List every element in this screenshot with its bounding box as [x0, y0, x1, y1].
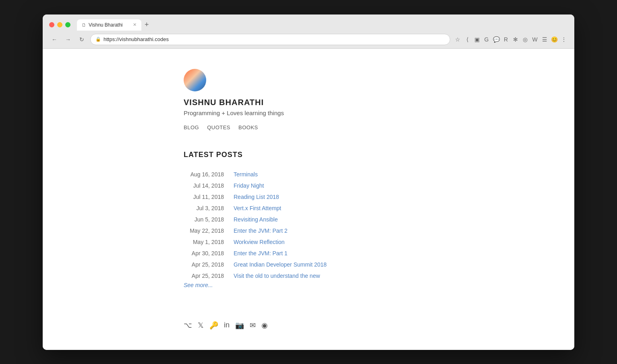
nav-quotes[interactable]: QUOTES	[207, 124, 230, 130]
post-row: Jun 5, 2018Revisiting Ansible	[184, 214, 433, 225]
post-row: Jul 14, 2018Friday Night	[184, 180, 433, 191]
title-bar: 🗋 Vishnu Bharathi ✕ +	[43, 14, 574, 31]
extension9-icon[interactable]: ☰	[540, 35, 549, 43]
bookmark-icon[interactable]: ☆	[453, 35, 462, 43]
post-row: Jul 3, 2018Vert.x First Attempt	[184, 203, 433, 214]
active-tab[interactable]: 🗋 Vishnu Bharathi ✕	[77, 19, 141, 31]
address-bar[interactable]: 🔒 https://vishnubharathi.codes	[90, 34, 450, 45]
post-date: Apr 25, 2018	[184, 273, 224, 279]
post-link[interactable]: Enter the JVM: Part 1	[234, 250, 288, 256]
linkedin-icon[interactable]: in	[224, 321, 230, 329]
extension5-icon[interactable]: R	[502, 35, 510, 43]
footer-icons: ⌥𝕏🔑in📷✉◉	[184, 321, 433, 330]
extension6-icon[interactable]: ✻	[511, 35, 520, 43]
extension8-icon[interactable]: W	[531, 35, 539, 43]
see-more-link[interactable]: See more...	[184, 282, 213, 288]
post-row: May 1, 2018Workview Reflection	[184, 236, 433, 248]
post-date: Apr 25, 2018	[184, 261, 224, 268]
post-link[interactable]: Friday Night	[234, 182, 264, 189]
post-row: Apr 30, 2018Enter the JVM: Part 1	[184, 248, 433, 259]
nav-books[interactable]: BOOKS	[238, 124, 258, 130]
extension3-icon[interactable]: G	[482, 35, 491, 43]
post-date: Jul 11, 2018	[184, 194, 224, 200]
post-row: Apr 25, 2018Great Indian Developer Summi…	[184, 259, 433, 270]
profile-icon[interactable]: 😊	[550, 35, 558, 43]
close-traffic-light[interactable]	[49, 22, 54, 27]
post-date: Jul 14, 2018	[184, 182, 224, 189]
instagram-icon[interactable]: 📷	[235, 321, 244, 330]
latest-posts-title: LATEST POSTS	[184, 151, 433, 159]
post-link[interactable]: Workview Reflection	[234, 239, 285, 245]
extension7-icon[interactable]: ◎	[521, 35, 529, 43]
tab-bar: 🗋 Vishnu Bharathi ✕ +	[77, 19, 568, 31]
post-date: Apr 30, 2018	[184, 250, 224, 256]
posts-list: Aug 16, 2018TerminalsJul 14, 2018Friday …	[184, 169, 433, 281]
nav-links: BLOG QUOTES BOOKS	[184, 124, 433, 130]
post-link[interactable]: Reading List 2018	[234, 194, 279, 200]
page-content: VISHNU BHARATHI Programming + Loves lear…	[43, 49, 574, 350]
twitter-icon[interactable]: 𝕏	[198, 321, 204, 330]
author-name: VISHNU BHARATHI	[184, 98, 433, 107]
post-row: Apr 25, 2018Visit the old to understand …	[184, 270, 433, 281]
extension1-icon[interactable]: ⟨	[463, 35, 471, 43]
lock-icon: 🔒	[95, 37, 101, 42]
minimize-traffic-light[interactable]	[57, 22, 62, 27]
site-container: VISHNU BHARATHI Programming + Loves lear…	[168, 69, 449, 330]
nav-blog[interactable]: BLOG	[184, 124, 199, 130]
new-tab-button[interactable]: +	[145, 21, 149, 29]
tab-close-button[interactable]: ✕	[133, 22, 137, 27]
extension2-icon[interactable]: ▣	[473, 35, 481, 43]
email-icon[interactable]: ✉	[250, 321, 256, 330]
post-row: May 22, 2018Enter the JVM: Part 2	[184, 225, 433, 236]
traffic-lights	[49, 22, 70, 27]
post-link[interactable]: Great Indian Developer Summit 2018	[234, 261, 327, 268]
refresh-button[interactable]: ↻	[77, 34, 87, 45]
keybase-icon[interactable]: 🔑	[209, 321, 218, 330]
forward-button[interactable]: →	[63, 34, 73, 45]
post-link[interactable]: Visit the old to understand the new	[234, 273, 320, 279]
extension4-icon[interactable]: 💬	[492, 35, 500, 43]
post-date: Jul 3, 2018	[184, 205, 224, 211]
post-link[interactable]: Enter the JVM: Part 2	[234, 228, 288, 234]
post-link[interactable]: Revisiting Ansible	[234, 216, 278, 223]
toolbar-icons: ☆ ⟨ ▣ G 💬 R ✻ ◎ W ☰ 😊 ⋮	[453, 35, 568, 43]
post-link[interactable]: Terminals	[234, 171, 258, 178]
post-date: May 1, 2018	[184, 239, 224, 245]
menu-icon[interactable]: ⋮	[560, 35, 568, 43]
maximize-traffic-light[interactable]	[65, 22, 70, 27]
rss-icon[interactable]: ◉	[261, 321, 268, 330]
browser-chrome: 🗋 Vishnu Bharathi ✕ + ← → ↻ 🔒 https://vi…	[43, 14, 574, 49]
tab-title: Vishnu Bharathi	[89, 22, 123, 28]
post-date: Aug 16, 2018	[184, 171, 224, 178]
tab-favicon-icon: 🗋	[82, 23, 86, 27]
post-link[interactable]: Vert.x First Attempt	[234, 205, 281, 211]
github-icon[interactable]: ⌥	[184, 321, 192, 330]
post-row: Jul 11, 2018Reading List 2018	[184, 191, 433, 203]
avatar	[184, 69, 206, 91]
address-bar-row: ← → ↻ 🔒 https://vishnubharathi.codes ☆ ⟨…	[43, 31, 574, 48]
url-display: https://vishnubharathi.codes	[104, 36, 169, 42]
author-bio: Programming + Loves learning things	[184, 110, 433, 116]
back-button[interactable]: ←	[49, 34, 60, 45]
post-date: May 22, 2018	[184, 228, 224, 234]
post-row: Aug 16, 2018Terminals	[184, 169, 433, 180]
browser-window: 🗋 Vishnu Bharathi ✕ + ← → ↻ 🔒 https://vi…	[43, 14, 574, 350]
post-date: Jun 5, 2018	[184, 216, 224, 223]
